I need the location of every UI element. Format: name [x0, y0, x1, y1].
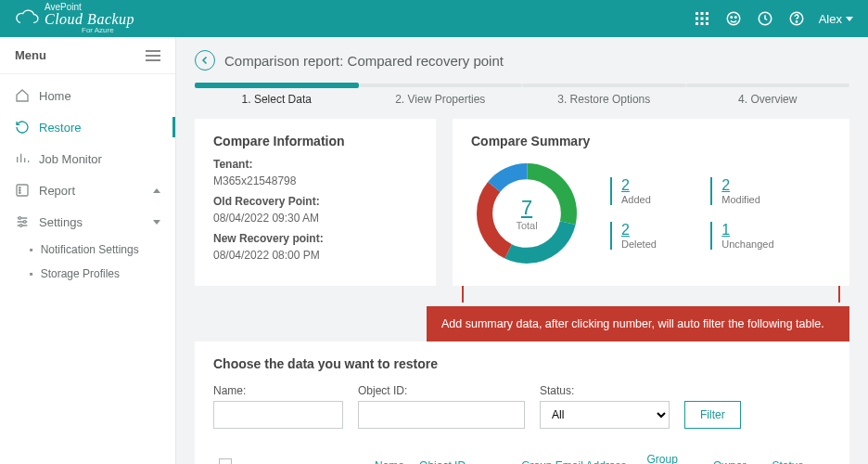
compare-summary-heading: Compare Summary — [471, 134, 831, 148]
select-all-checkbox[interactable] — [219, 458, 232, 465]
compare-info-heading: Compare Information — [213, 134, 417, 148]
sidebar-item-label: Job Monitor — [39, 152, 102, 166]
page-title: Comparison report: Compared recovery poi… — [224, 53, 504, 69]
stat-unchanged-link[interactable]: 1 — [721, 222, 773, 238]
step-4[interactable]: 4. Overview — [686, 84, 850, 106]
help-icon[interactable] — [787, 9, 806, 28]
total-link[interactable]: 7 — [521, 196, 532, 220]
svg-point-18 — [19, 192, 20, 193]
old-rp-value: 08/04/2022 09:30 AM — [213, 212, 417, 225]
filter-object-input[interactable] — [358, 401, 525, 429]
stat-unchanged: 1 Unchanged — [710, 222, 773, 250]
svg-point-14 — [796, 21, 797, 22]
total-label: Total — [516, 220, 537, 231]
step-2[interactable]: 2. View Properties — [359, 84, 523, 106]
callout-note: Add summary data, after clicking number,… — [427, 306, 849, 342]
svg-point-11 — [734, 17, 736, 19]
refresh-icon[interactable] — [756, 9, 774, 28]
sidebar-sub-storage[interactable]: Storage Profiles — [0, 262, 175, 286]
restore-table: Name Object ID Group Email Address Group… — [213, 444, 831, 464]
new-rp-value: 08/04/2022 08:00 PM — [213, 249, 417, 262]
filter-name-label: Name: — [213, 384, 343, 397]
sidebar: Menu Home Restore Job Monitor Report — [0, 37, 176, 464]
svg-rect-2 — [706, 12, 708, 15]
settings-icon — [15, 214, 30, 229]
col-name[interactable]: Name — [369, 444, 414, 464]
compare-information-card: Compare Information Tenant: M365x2154879… — [195, 119, 436, 286]
svg-rect-1 — [700, 12, 703, 15]
step-3[interactable]: 3. Restore Options — [522, 84, 686, 106]
restore-heading: Choose the data you want to restore — [213, 356, 831, 371]
stat-modified-link[interactable]: 2 — [721, 177, 773, 194]
svg-point-16 — [19, 187, 20, 188]
svg-point-21 — [19, 225, 22, 227]
old-rp-label: Old Recovery Point: — [213, 195, 417, 208]
svg-rect-7 — [700, 22, 703, 25]
restore-section: Choose the data you want to restore Name… — [195, 342, 849, 464]
svg-rect-8 — [706, 22, 708, 25]
col-owner[interactable]: Owner — [708, 444, 766, 464]
sidebar-item-restore[interactable]: Restore — [0, 111, 175, 143]
stat-deleted-link[interactable]: 2 — [621, 222, 673, 238]
main-content: Comparison report: Compared recovery poi… — [176, 37, 868, 464]
svg-point-9 — [727, 12, 740, 25]
sidebar-item-label: Restore — [39, 121, 82, 135]
stat-added-link[interactable]: 2 — [621, 177, 673, 194]
stepper: 1. Select Data 2. View Properties 3. Res… — [195, 84, 849, 106]
apps-icon[interactable] — [693, 9, 711, 28]
callout-connector — [453, 286, 849, 308]
svg-rect-0 — [696, 12, 698, 15]
sidebar-title: Menu — [15, 48, 46, 62]
new-rp-label: New Recovery point: — [213, 232, 417, 245]
filter-status-label: Status: — [540, 384, 670, 397]
back-button[interactable] — [195, 50, 215, 71]
brand-small: AvePoint — [45, 3, 134, 12]
col-object-id[interactable]: Object ID — [414, 444, 516, 464]
restore-icon — [15, 120, 30, 135]
sidebar-sub-notification[interactable]: Notification Settings — [0, 238, 175, 262]
hamburger-icon[interactable] — [146, 50, 160, 61]
smile-icon[interactable] — [724, 9, 743, 28]
chevron-up-icon — [153, 188, 160, 193]
filter-name-input[interactable] — [213, 401, 343, 429]
sidebar-item-label: Settings — [39, 215, 83, 229]
sidebar-item-job-monitor[interactable]: Job Monitor — [0, 143, 175, 174]
filter-status-select[interactable]: All — [540, 401, 670, 429]
stat-modified: 2 Modified — [710, 177, 773, 205]
filter-button[interactable]: Filter — [684, 401, 741, 429]
filter-object-label: Object ID: — [358, 384, 525, 397]
sidebar-item-label: Home — [39, 89, 71, 103]
stat-deleted: 2 Deleted — [610, 222, 673, 250]
svg-point-17 — [19, 189, 20, 190]
tenant-label: Tenant: — [213, 158, 417, 171]
home-icon — [15, 88, 30, 103]
sidebar-item-settings[interactable]: Settings — [0, 206, 175, 238]
sidebar-item-report[interactable]: Report — [0, 174, 175, 206]
svg-point-19 — [19, 217, 21, 220]
svg-rect-6 — [696, 22, 698, 25]
report-icon — [15, 183, 30, 198]
caret-down-icon — [846, 17, 853, 21]
svg-point-20 — [23, 221, 26, 224]
tenant-value: M365x21548798 — [213, 174, 417, 187]
summary-donut-chart: 7 Total — [471, 158, 582, 269]
sidebar-item-label: Report — [39, 184, 75, 198]
user-menu[interactable]: Alex — [819, 12, 853, 26]
col-status[interactable]: Status — [766, 444, 831, 464]
col-type[interactable]: Group Type — [642, 444, 708, 464]
col-email[interactable]: Group Email Address — [516, 444, 641, 464]
compare-summary-card: Compare Summary 7 Total — [453, 119, 849, 286]
chevron-down-icon — [153, 220, 160, 225]
sidebar-item-home[interactable]: Home — [0, 80, 175, 111]
user-name: Alex — [819, 12, 842, 26]
brand-name: Cloud Backup — [45, 12, 134, 27]
top-bar: AvePoint Cloud Backup For Azure Alex — [0, 0, 868, 37]
monitor-icon — [15, 151, 30, 166]
brand: AvePoint Cloud Backup For Azure — [15, 3, 134, 34]
stat-added: 2 Added — [610, 177, 673, 205]
svg-rect-5 — [706, 18, 708, 20]
cloud-logo-icon — [15, 6, 39, 31]
svg-point-10 — [731, 17, 733, 19]
svg-rect-4 — [700, 18, 703, 20]
step-1[interactable]: 1. Select Data — [195, 84, 359, 106]
